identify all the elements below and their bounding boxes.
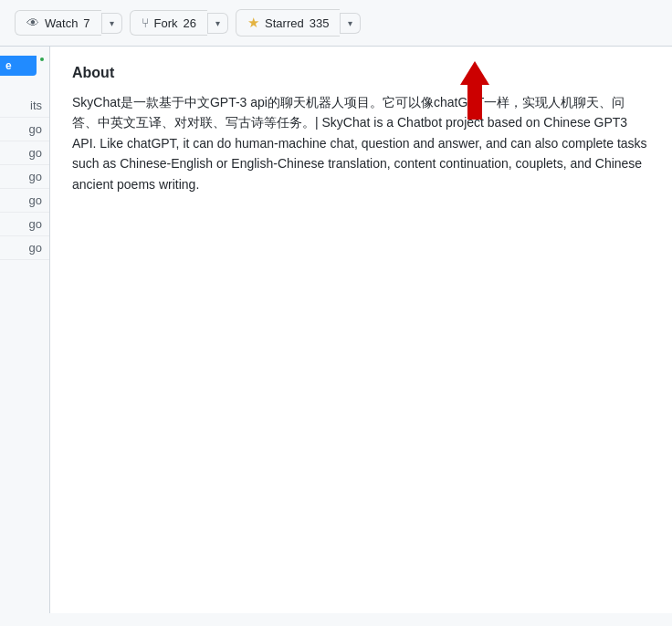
eye-icon: 👁 <box>26 16 39 30</box>
fork-label: Fork <box>154 16 178 30</box>
watch-button[interactable]: 👁 Watch 7 <box>15 10 101 36</box>
sidebar-tab[interactable]: e <box>0 56 37 76</box>
star-icon: ★ <box>247 15 259 31</box>
arrow-annotation <box>447 59 502 123</box>
list-item[interactable]: go <box>0 141 49 165</box>
main-content: e its go go go go go go About SkyChat是一款… <box>0 47 672 613</box>
activity-dot <box>38 56 46 63</box>
svg-marker-1 <box>460 61 489 85</box>
watch-button-group: 👁 Watch 7 ▾ <box>15 10 122 36</box>
sidebar-items-list: its go go go go go go <box>0 94 49 260</box>
about-title: About <box>72 65 650 81</box>
sidebar: e its go go go go go go <box>0 47 50 613</box>
list-item[interactable]: go <box>0 189 49 213</box>
fork-dropdown-button[interactable]: ▾ <box>207 13 228 34</box>
starred-chevron-icon: ▾ <box>348 18 352 28</box>
starred-label: Starred <box>265 16 304 30</box>
about-section: About SkyChat是一款基于中文GPT-3 api的聊天机器人项目。它可… <box>50 47 672 613</box>
toolbar: 👁 Watch 7 ▾ ⑂ Fork 26 ▾ ★ Starred 335 ▾ <box>0 0 672 47</box>
fork-button[interactable]: ⑂ Fork 26 <box>130 10 207 36</box>
starred-button[interactable]: ★ Starred 335 <box>236 9 340 37</box>
list-item[interactable]: its <box>0 94 49 118</box>
watch-label: Watch <box>45 16 78 30</box>
about-description: SkyChat是一款基于中文GPT-3 api的聊天机器人项目。它可以像chat… <box>72 92 650 194</box>
starred-count: 335 <box>310 16 330 30</box>
list-item[interactable]: go <box>0 236 49 260</box>
watch-count: 7 <box>83 16 89 30</box>
watch-chevron-icon: ▾ <box>110 18 114 28</box>
fork-button-group: ⑂ Fork 26 ▾ <box>130 10 228 36</box>
starred-button-group: ★ Starred 335 ▾ <box>236 9 361 37</box>
fork-count: 26 <box>184 16 196 30</box>
watch-dropdown-button[interactable]: ▾ <box>101 13 122 34</box>
list-item[interactable]: go <box>0 165 49 189</box>
svg-rect-2 <box>467 83 482 120</box>
starred-dropdown-button[interactable]: ▾ <box>340 13 361 34</box>
fork-icon: ⑂ <box>142 16 149 30</box>
list-item[interactable]: go <box>0 118 49 141</box>
list-item[interactable]: go <box>0 213 49 236</box>
fork-chevron-icon: ▾ <box>215 18 220 28</box>
